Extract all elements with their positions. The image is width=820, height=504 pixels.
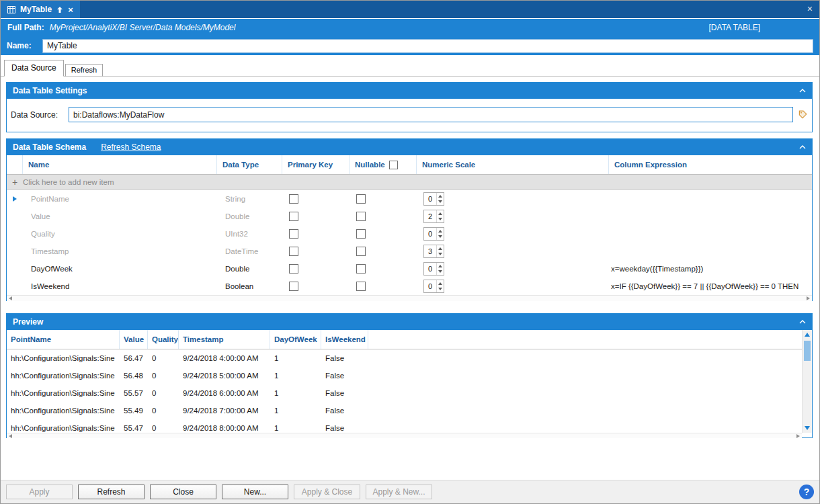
scroll-left-icon[interactable] [9,296,12,300]
schema-primary-key-cell [282,229,350,239]
preview-cell: 0 [148,372,179,380]
nullable-checkbox[interactable] [356,212,366,221]
numeric-scale-spinner[interactable]: 0 [423,280,444,293]
pane-close-icon[interactable]: × [807,4,813,13]
spinner-down-icon[interactable] [438,253,442,255]
data-source-input[interactable] [69,107,793,122]
schema-horizontal-scrollbar[interactable] [7,295,812,301]
schema-name-cell: Timestamp [23,247,217,255]
schema-header-nullable: Nullable [350,155,417,174]
preview-cell: hh:\Configuration\Signals:Sine [7,407,120,415]
primary-key-checkbox[interactable] [289,282,298,291]
preview-vertical-scrollbar[interactable] [802,330,812,433]
add-new-item-row[interactable]: + Click here to add new item [7,175,812,190]
preview-row[interactable]: hh:\Configuration\Signals:Sine55.4909/24… [7,402,812,419]
schema-row[interactable]: IsWeekendBoolean0x=IF {{DayOfWeek}} == 7… [7,278,812,295]
nullable-all-checkbox[interactable] [389,161,398,169]
spinner-value: 0 [424,263,436,275]
footer-button-apply[interactable]: Apply [6,485,73,499]
spinner-down-icon[interactable] [438,288,442,290]
tab-refresh[interactable]: Refresh [65,64,104,77]
footer-button-refresh[interactable]: Refresh [78,485,145,499]
schema-primary-key-cell [282,247,350,256]
preview-row[interactable]: hh:\Configuration\Signals:Sine56.4709/24… [7,349,812,367]
vertical-scrollbar-thumb[interactable] [804,341,811,361]
preview-row[interactable]: hh:\Configuration\Signals:Sine55.4709/24… [7,419,812,433]
spinner-down-icon[interactable] [438,270,442,273]
tab-close-icon[interactable]: × [68,5,73,14]
primary-key-checkbox[interactable] [289,194,298,204]
footer-button-new[interactable]: New... [222,485,288,499]
preview-horizontal-scrollbar[interactable] [7,433,802,438]
schema-row[interactable]: ValueDouble2 [7,208,812,225]
spinner-up-icon[interactable] [438,247,442,250]
page-tab-row: Data Source Refresh [1,61,819,77]
nullable-checkbox[interactable] [356,194,366,204]
primary-key-checkbox[interactable] [289,229,298,239]
spinner-buttons [436,228,444,240]
preview-row[interactable]: hh:\Configuration\Signals:Sine56.4809/24… [7,367,812,384]
preview-cell: hh:\Configuration\Signals:Sine [7,389,120,397]
numeric-scale-spinner[interactable]: 0 [423,262,444,276]
schema-nullable-cell [350,282,417,291]
footer-button-apply-new[interactable]: Apply & New... [366,485,432,499]
schema-row[interactable]: QualityUInt320 [7,225,812,243]
document-tab-mytable[interactable]: MyTable × [1,1,80,18]
schema-row[interactable]: DayOfWeekDouble0x=weekday({{Timestamp}}) [7,260,812,278]
nullable-checkbox[interactable] [356,264,366,274]
primary-key-checkbox[interactable] [289,212,298,221]
numeric-scale-spinner[interactable]: 0 [423,192,444,206]
schema-row[interactable]: TimestampDateTime3 [7,243,812,260]
primary-key-checkbox[interactable] [289,264,298,274]
primary-key-checkbox[interactable] [289,247,298,256]
spinner-down-icon[interactable] [438,218,442,220]
scroll-right-icon[interactable] [796,434,800,438]
nullable-checkbox[interactable] [356,247,366,256]
scroll-left-icon[interactable] [9,434,12,438]
schema-row[interactable]: PointNameString0 [7,190,812,208]
selected-row-icon [13,196,17,202]
spinner-buttons [436,280,444,292]
nullable-checkbox[interactable] [356,282,366,291]
scroll-down-icon[interactable] [805,426,810,430]
spinner-buttons [436,245,444,257]
spinner-up-icon[interactable] [438,282,442,285]
schema-section-header[interactable]: Data Table Schema Refresh Schema [7,139,812,155]
spinner-up-icon[interactable] [438,265,442,267]
preview-row[interactable]: hh:\Configuration\Signals:Sine55.5709/24… [7,384,812,402]
name-row: Name: [1,36,819,55]
spinner-up-icon[interactable] [438,212,442,215]
settings-collapse-icon[interactable] [799,89,806,93]
spinner-up-icon[interactable] [438,230,442,233]
spinner-down-icon[interactable] [438,235,442,238]
nullable-checkbox[interactable] [356,229,366,239]
tab-data-source[interactable]: Data Source [4,60,64,77]
footer-button-close[interactable]: Close [150,485,216,499]
spinner-up-icon[interactable] [438,195,442,198]
numeric-scale-spinner[interactable]: 0 [423,227,444,241]
name-input[interactable] [42,39,813,53]
help-button[interactable]: ? [799,485,814,499]
schema-header-data-type: Data Type [217,155,282,174]
preview-cell: 1 [270,389,321,397]
document-tab-strip: MyTable × × [1,1,819,18]
spinner-buttons [436,263,444,275]
preview-cell: 9/24/2018 5:00:00 AM [179,372,270,380]
numeric-scale-spinner[interactable]: 3 [423,245,444,258]
preview-section-header[interactable]: Preview [7,314,812,330]
tag-browse-icon[interactable] [798,110,807,119]
footer-button-apply-close[interactable]: Apply & Close [294,485,360,499]
scroll-right-icon[interactable] [807,296,810,300]
refresh-schema-link[interactable]: Refresh Schema [101,142,161,152]
schema-selector-header [7,155,23,174]
undock-up-icon[interactable] [56,6,63,13]
spinner-down-icon[interactable] [438,200,442,203]
settings-section-header[interactable]: Data Table Settings [7,83,812,99]
numeric-scale-spinner[interactable]: 2 [423,210,444,223]
schema-collapse-icon[interactable] [799,145,806,149]
scroll-up-icon[interactable] [805,333,810,337]
preview-collapse-icon[interactable] [799,320,806,324]
datatable-editor-window: MyTable × × Full Path: MyProject/Analyti… [0,0,820,504]
schema-header-column-expression: Column Expression [609,155,812,174]
schema-data-type-cell: Double [217,212,282,220]
